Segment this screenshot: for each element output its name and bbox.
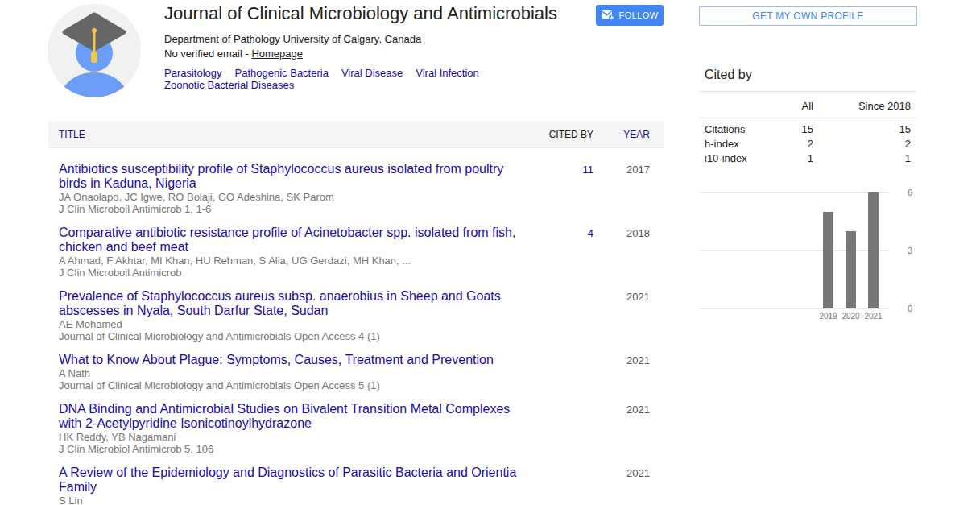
get-my-own-profile-button[interactable]: GET MY OWN PROFILE <box>699 6 917 26</box>
stats-value-since: 1 <box>813 151 911 166</box>
stats-label: h-index <box>705 137 765 151</box>
cited-by-cell: 4 <box>534 226 593 239</box>
publication-authors: A Ahmad, F Akhtar, MI Khan, HU Rehman, S… <box>59 255 534 267</box>
publication-main: Antibiotics susceptibility profile of St… <box>59 162 534 215</box>
publication-title-link[interactable]: A Review of the Epidemiology and Diagnos… <box>59 466 534 495</box>
cited-by-cell: 11 <box>534 162 593 176</box>
stats-value-since: 2 <box>813 137 911 151</box>
publication-title-link[interactable]: DNA Binding and Antimicrobial Studies on… <box>59 402 534 431</box>
chart-ytick-label-6: 6 <box>908 187 912 198</box>
homepage-link[interactable]: Homepage <box>251 48 303 60</box>
stats-col-since: Since 2018 <box>813 100 911 112</box>
stats-value-all: 1 <box>765 151 813 166</box>
stats-value-since: 15 <box>813 122 911 137</box>
publication-authors: JA Onaolapo, JC Igwe, RO Bolaji, GO Ades… <box>59 191 534 203</box>
cited-by-cell <box>534 289 593 291</box>
publication-main: A Review of the Epidemiology and Diagnos… <box>59 466 534 505</box>
publication-list: Antibiotics susceptibility profile of St… <box>48 148 664 505</box>
publication-row: What to Know About Plague: Symptoms, Cau… <box>48 353 664 391</box>
publication-venue: J Clin Microboil Antimicrob <box>59 267 534 279</box>
publication-year: 2021 <box>593 289 650 303</box>
chart-gridline-0 <box>699 308 888 309</box>
email-separator: - <box>242 48 252 60</box>
publication-venue: J Clin Microbiol Antimicrob 5, 106 <box>59 443 534 455</box>
stats-row-citations: Citations1515 <box>699 118 916 137</box>
profile-affiliation: Department of Pathology University of Ca… <box>164 33 591 45</box>
stats-header-spacer <box>705 100 765 112</box>
cited-by-count-link[interactable]: 11 <box>583 164 594 176</box>
citations-chart: 036201920202021 <box>699 187 916 324</box>
cited-by-stats-body: Citations1515h-index22i10-index11 <box>699 118 916 166</box>
publication-title-link[interactable]: Comparative antibiotic resistance profil… <box>59 226 534 255</box>
publication-row: DNA Binding and Antimicrobial Studies on… <box>48 402 664 455</box>
publications-table: TITLE CITED BY YEAR Antibiotics suscepti… <box>48 121 664 505</box>
chart-bar-2020 <box>846 231 856 308</box>
interest-link-viral-infection[interactable]: Viral Infection <box>416 67 479 79</box>
publication-year: 2021 <box>593 402 650 416</box>
chart-ytick-label-0: 0 <box>908 303 912 314</box>
cited-by-stats-header: All Since 2018 <box>699 92 916 118</box>
publication-year: 2021 <box>593 466 650 479</box>
cited-by-heading: Cited by <box>699 68 916 92</box>
publication-year: 2018 <box>593 226 650 239</box>
chart-gridline-3 <box>699 250 888 251</box>
stats-value-all: 15 <box>765 122 813 137</box>
stats-value-all: 2 <box>765 137 813 151</box>
stats-label: Citations <box>705 122 765 137</box>
publication-main: DNA Binding and Antimicrobial Studies on… <box>59 402 534 455</box>
interest-link-parasitology[interactable]: Parasitology <box>164 67 222 79</box>
stats-label: i10-index <box>705 151 765 166</box>
follow-envelope-icon <box>602 10 614 20</box>
cited-by-cell <box>534 466 593 467</box>
publication-authors: AE Mohamed <box>59 318 534 330</box>
chart-xtick-label-2020: 2020 <box>839 312 863 321</box>
publication-venue: Journal of Clinical Microbiology and Ant… <box>59 379 534 391</box>
follow-button[interactable]: FOLLOW <box>596 5 664 26</box>
publication-main: What to Know About Plague: Symptoms, Cau… <box>59 353 534 391</box>
stats-row-h-index: h-index22 <box>699 137 916 151</box>
publication-authors: S Lin <box>59 495 534 505</box>
profile-email-line: No verified email - Homepage <box>164 48 591 60</box>
chart-bar-2019 <box>823 212 833 308</box>
publication-authors: HK Reddy, YB Nagamani <box>59 431 534 443</box>
chart-xtick-label-2019: 2019 <box>817 312 841 321</box>
scholar-profile-page: Journal of Clinical Microbiology and Ant… <box>0 0 980 505</box>
email-status: No verified email <box>164 48 242 60</box>
sort-by-year-header[interactable]: YEAR <box>623 129 650 140</box>
chart-ytick-label-3: 3 <box>908 245 912 256</box>
publication-authors: A Nath <box>59 367 534 379</box>
stats-col-all: All <box>765 100 813 112</box>
publication-main: Comparative antibiotic resistance profil… <box>59 226 534 279</box>
cited-by-panel: Cited by All Since 2018 Citations1515h-i… <box>699 68 916 166</box>
avatar <box>48 4 141 97</box>
publication-row: Prevalence of Staphylococcus aureus subs… <box>48 289 664 342</box>
publication-venue: J Clin Microboil Antimicrob 1, 1-6 <box>59 203 534 215</box>
chart-gridline-6 <box>699 192 888 193</box>
sort-by-title-header[interactable]: TITLE <box>59 129 85 140</box>
publication-row: Comparative antibiotic resistance profil… <box>48 226 664 279</box>
publication-row: A Review of the Epidemiology and Diagnos… <box>48 466 664 505</box>
publication-year: 2017 <box>593 162 650 176</box>
cited-by-cell <box>534 402 593 404</box>
cited-by-cell <box>534 353 593 354</box>
interest-link-zoonotic-bacterial-diseases[interactable]: Zoonotic Bacterial Diseases <box>164 79 294 91</box>
publication-title-link[interactable]: Antibiotics susceptibility profile of St… <box>59 162 534 191</box>
chart-xtick-label-2021: 2021 <box>862 312 886 321</box>
sort-by-citations-header[interactable]: CITED BY <box>549 129 593 140</box>
follow-button-label: FOLLOW <box>619 10 659 20</box>
publication-year: 2021 <box>593 353 650 366</box>
stats-row-i10-index: i10-index11 <box>699 151 916 166</box>
publication-main: Prevalence of Staphylococcus aureus subs… <box>59 289 534 342</box>
cited-by-stats: All Since 2018 Citations1515h-index22i10… <box>699 92 916 166</box>
cited-by-count-link[interactable]: 4 <box>588 227 593 239</box>
chart-bar-2021 <box>868 192 879 308</box>
interest-link-viral-disease[interactable]: Viral Disease <box>341 67 403 79</box>
profile-name: Journal of Clinical Microbiology and Ant… <box>164 2 591 25</box>
publication-venue: Journal of Clinical Microbiology and Ant… <box>59 330 534 342</box>
publication-title-link[interactable]: What to Know About Plague: Symptoms, Cau… <box>59 353 494 367</box>
publication-row: Antibiotics susceptibility profile of St… <box>48 162 664 215</box>
interest-link-pathogenic-bacteria[interactable]: Pathogenic Bacteria <box>235 67 329 79</box>
profile-info: Journal of Clinical Microbiology and Ant… <box>164 2 591 91</box>
publication-title-link[interactable]: Prevalence of Staphylococcus aureus subs… <box>59 289 534 318</box>
graduation-cap-avatar-icon <box>48 4 141 97</box>
